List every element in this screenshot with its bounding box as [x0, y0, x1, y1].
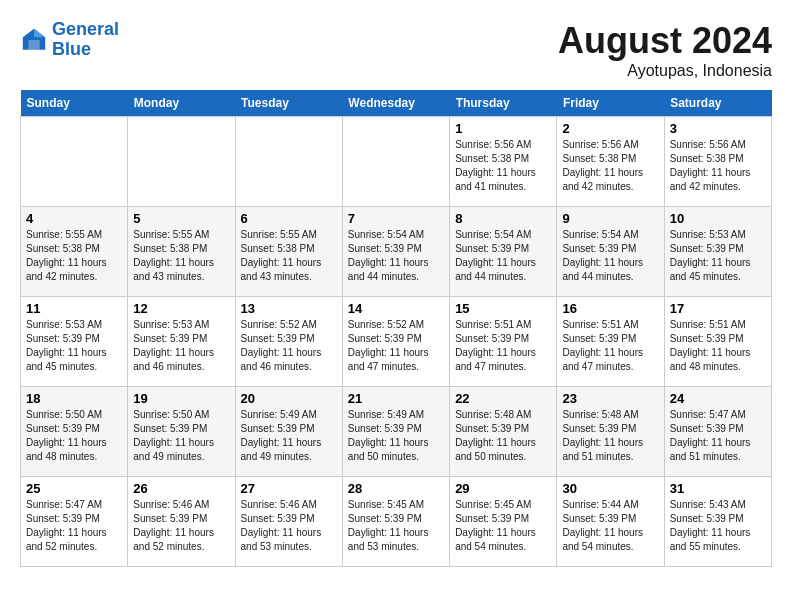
- calendar-cell: 21Sunrise: 5:49 AM Sunset: 5:39 PM Dayli…: [342, 387, 449, 477]
- day-info: Sunrise: 5:51 AM Sunset: 5:39 PM Dayligh…: [562, 318, 658, 374]
- calendar-cell: 27Sunrise: 5:46 AM Sunset: 5:39 PM Dayli…: [235, 477, 342, 567]
- calendar-cell: 17Sunrise: 5:51 AM Sunset: 5:39 PM Dayli…: [664, 297, 771, 387]
- calendar-cell: 6Sunrise: 5:55 AM Sunset: 5:38 PM Daylig…: [235, 207, 342, 297]
- col-header-sunday: Sunday: [21, 90, 128, 117]
- day-info: Sunrise: 5:49 AM Sunset: 5:39 PM Dayligh…: [241, 408, 337, 464]
- day-number: 27: [241, 481, 337, 496]
- week-row-2: 4Sunrise: 5:55 AM Sunset: 5:38 PM Daylig…: [21, 207, 772, 297]
- day-number: 7: [348, 211, 444, 226]
- calendar-cell: 14Sunrise: 5:52 AM Sunset: 5:39 PM Dayli…: [342, 297, 449, 387]
- col-header-thursday: Thursday: [450, 90, 557, 117]
- calendar-cell: 3Sunrise: 5:56 AM Sunset: 5:38 PM Daylig…: [664, 117, 771, 207]
- calendar-table: SundayMondayTuesdayWednesdayThursdayFrid…: [20, 90, 772, 567]
- day-number: 21: [348, 391, 444, 406]
- week-row-4: 18Sunrise: 5:50 AM Sunset: 5:39 PM Dayli…: [21, 387, 772, 477]
- calendar-cell: [21, 117, 128, 207]
- day-info: Sunrise: 5:55 AM Sunset: 5:38 PM Dayligh…: [133, 228, 229, 284]
- day-number: 29: [455, 481, 551, 496]
- calendar-cell: 12Sunrise: 5:53 AM Sunset: 5:39 PM Dayli…: [128, 297, 235, 387]
- day-info: Sunrise: 5:47 AM Sunset: 5:39 PM Dayligh…: [26, 498, 122, 554]
- logo-text-general: General: [52, 19, 119, 39]
- svg-rect-2: [28, 40, 39, 50]
- day-number: 26: [133, 481, 229, 496]
- day-number: 17: [670, 301, 766, 316]
- day-info: Sunrise: 5:53 AM Sunset: 5:39 PM Dayligh…: [133, 318, 229, 374]
- col-header-friday: Friday: [557, 90, 664, 117]
- day-number: 23: [562, 391, 658, 406]
- day-info: Sunrise: 5:49 AM Sunset: 5:39 PM Dayligh…: [348, 408, 444, 464]
- calendar-cell: 31Sunrise: 5:43 AM Sunset: 5:39 PM Dayli…: [664, 477, 771, 567]
- calendar-cell: 10Sunrise: 5:53 AM Sunset: 5:39 PM Dayli…: [664, 207, 771, 297]
- day-info: Sunrise: 5:51 AM Sunset: 5:39 PM Dayligh…: [455, 318, 551, 374]
- day-number: 31: [670, 481, 766, 496]
- calendar-cell: [342, 117, 449, 207]
- day-number: 24: [670, 391, 766, 406]
- day-info: Sunrise: 5:56 AM Sunset: 5:38 PM Dayligh…: [455, 138, 551, 194]
- day-info: Sunrise: 5:53 AM Sunset: 5:39 PM Dayligh…: [670, 228, 766, 284]
- day-number: 13: [241, 301, 337, 316]
- calendar-cell: 25Sunrise: 5:47 AM Sunset: 5:39 PM Dayli…: [21, 477, 128, 567]
- day-number: 15: [455, 301, 551, 316]
- main-title: August 2024: [558, 20, 772, 62]
- day-info: Sunrise: 5:45 AM Sunset: 5:39 PM Dayligh…: [455, 498, 551, 554]
- day-info: Sunrise: 5:55 AM Sunset: 5:38 PM Dayligh…: [241, 228, 337, 284]
- day-info: Sunrise: 5:54 AM Sunset: 5:39 PM Dayligh…: [455, 228, 551, 284]
- day-number: 11: [26, 301, 122, 316]
- calendar-cell: 26Sunrise: 5:46 AM Sunset: 5:39 PM Dayli…: [128, 477, 235, 567]
- day-info: Sunrise: 5:51 AM Sunset: 5:39 PM Dayligh…: [670, 318, 766, 374]
- calendar-cell: 5Sunrise: 5:55 AM Sunset: 5:38 PM Daylig…: [128, 207, 235, 297]
- logo: General Blue: [20, 20, 119, 60]
- day-number: 20: [241, 391, 337, 406]
- day-info: Sunrise: 5:56 AM Sunset: 5:38 PM Dayligh…: [670, 138, 766, 194]
- calendar-cell: 18Sunrise: 5:50 AM Sunset: 5:39 PM Dayli…: [21, 387, 128, 477]
- col-header-saturday: Saturday: [664, 90, 771, 117]
- day-number: 30: [562, 481, 658, 496]
- week-row-3: 11Sunrise: 5:53 AM Sunset: 5:39 PM Dayli…: [21, 297, 772, 387]
- day-info: Sunrise: 5:48 AM Sunset: 5:39 PM Dayligh…: [455, 408, 551, 464]
- day-number: 9: [562, 211, 658, 226]
- calendar-cell: 30Sunrise: 5:44 AM Sunset: 5:39 PM Dayli…: [557, 477, 664, 567]
- logo-icon: [20, 26, 48, 54]
- day-info: Sunrise: 5:47 AM Sunset: 5:39 PM Dayligh…: [670, 408, 766, 464]
- day-number: 4: [26, 211, 122, 226]
- logo-text-blue: Blue: [52, 39, 91, 59]
- day-number: 6: [241, 211, 337, 226]
- day-info: Sunrise: 5:50 AM Sunset: 5:39 PM Dayligh…: [26, 408, 122, 464]
- calendar-cell: 28Sunrise: 5:45 AM Sunset: 5:39 PM Dayli…: [342, 477, 449, 567]
- calendar-cell: [235, 117, 342, 207]
- calendar-cell: 29Sunrise: 5:45 AM Sunset: 5:39 PM Dayli…: [450, 477, 557, 567]
- day-number: 22: [455, 391, 551, 406]
- day-info: Sunrise: 5:53 AM Sunset: 5:39 PM Dayligh…: [26, 318, 122, 374]
- header-row: SundayMondayTuesdayWednesdayThursdayFrid…: [21, 90, 772, 117]
- day-info: Sunrise: 5:46 AM Sunset: 5:39 PM Dayligh…: [133, 498, 229, 554]
- day-number: 8: [455, 211, 551, 226]
- calendar-cell: 24Sunrise: 5:47 AM Sunset: 5:39 PM Dayli…: [664, 387, 771, 477]
- calendar-cell: 15Sunrise: 5:51 AM Sunset: 5:39 PM Dayli…: [450, 297, 557, 387]
- title-block: August 2024 Ayotupas, Indonesia: [558, 20, 772, 80]
- calendar-cell: 16Sunrise: 5:51 AM Sunset: 5:39 PM Dayli…: [557, 297, 664, 387]
- day-number: 10: [670, 211, 766, 226]
- week-row-1: 1Sunrise: 5:56 AM Sunset: 5:38 PM Daylig…: [21, 117, 772, 207]
- day-info: Sunrise: 5:45 AM Sunset: 5:39 PM Dayligh…: [348, 498, 444, 554]
- day-info: Sunrise: 5:54 AM Sunset: 5:39 PM Dayligh…: [562, 228, 658, 284]
- day-number: 1: [455, 121, 551, 136]
- calendar-cell: 23Sunrise: 5:48 AM Sunset: 5:39 PM Dayli…: [557, 387, 664, 477]
- subtitle: Ayotupas, Indonesia: [558, 62, 772, 80]
- day-number: 5: [133, 211, 229, 226]
- day-info: Sunrise: 5:52 AM Sunset: 5:39 PM Dayligh…: [348, 318, 444, 374]
- day-number: 28: [348, 481, 444, 496]
- day-number: 16: [562, 301, 658, 316]
- day-info: Sunrise: 5:48 AM Sunset: 5:39 PM Dayligh…: [562, 408, 658, 464]
- calendar-cell: [128, 117, 235, 207]
- calendar-cell: 22Sunrise: 5:48 AM Sunset: 5:39 PM Dayli…: [450, 387, 557, 477]
- day-info: Sunrise: 5:50 AM Sunset: 5:39 PM Dayligh…: [133, 408, 229, 464]
- day-number: 25: [26, 481, 122, 496]
- calendar-cell: 20Sunrise: 5:49 AM Sunset: 5:39 PM Dayli…: [235, 387, 342, 477]
- calendar-cell: 9Sunrise: 5:54 AM Sunset: 5:39 PM Daylig…: [557, 207, 664, 297]
- day-info: Sunrise: 5:52 AM Sunset: 5:39 PM Dayligh…: [241, 318, 337, 374]
- day-info: Sunrise: 5:46 AM Sunset: 5:39 PM Dayligh…: [241, 498, 337, 554]
- day-info: Sunrise: 5:54 AM Sunset: 5:39 PM Dayligh…: [348, 228, 444, 284]
- day-number: 2: [562, 121, 658, 136]
- svg-marker-1: [34, 29, 45, 37]
- col-header-monday: Monday: [128, 90, 235, 117]
